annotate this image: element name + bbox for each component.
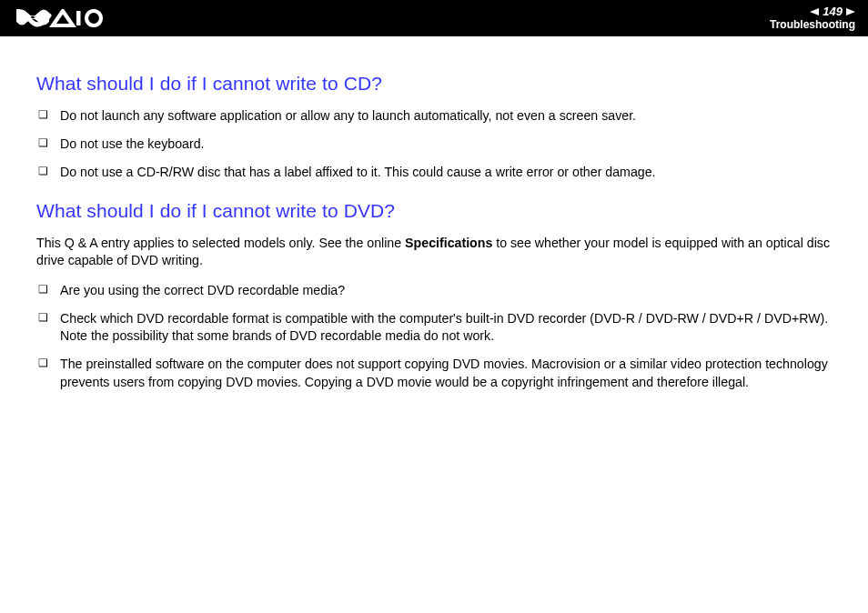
list-item: Do not launch any software application o… (60, 107, 848, 125)
page-navigation: 149 (810, 5, 855, 18)
note-text-bold: Specifications (405, 236, 492, 250)
list-item: The preinstalled software on the compute… (60, 356, 848, 390)
section-title: Troubleshooting (770, 19, 855, 31)
dvd-note: This Q & A entry applies to selected mod… (36, 235, 848, 269)
header-bar: 149 Troubleshooting (0, 0, 868, 36)
page-content: What should I do if I cannot write to CD… (0, 36, 868, 391)
dvd-list: Are you using the correct DVD recordable… (36, 282, 848, 391)
list-item: Are you using the correct DVD recordable… (60, 282, 848, 299)
list-item: Do not use the keyboard. (60, 136, 848, 153)
qa-heading-dvd: What should I do if I cannot write to DV… (36, 200, 848, 222)
list-item: Check which DVD recordable format is com… (60, 310, 848, 345)
vaio-logo (16, 9, 104, 27)
prev-page-arrow-icon[interactable] (810, 8, 819, 15)
next-page-arrow-icon[interactable] (846, 8, 855, 15)
list-item: Do not use a CD-R/RW disc that has a lab… (60, 164, 848, 181)
page-number: 149 (823, 5, 843, 18)
svg-rect-0 (76, 11, 81, 25)
header-right: 149 Troubleshooting (770, 5, 855, 31)
svg-point-1 (86, 11, 101, 25)
cd-list: Do not launch any software application o… (36, 107, 848, 182)
note-text-pre: This Q & A entry applies to selected mod… (36, 236, 405, 250)
qa-heading-cd: What should I do if I cannot write to CD… (36, 73, 848, 95)
